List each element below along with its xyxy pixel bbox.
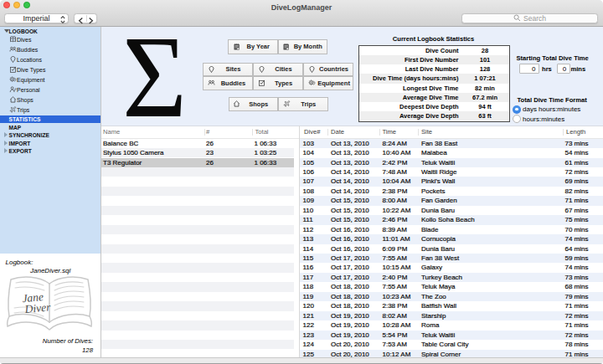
svg-text:Diver: Diver: [23, 300, 52, 315]
